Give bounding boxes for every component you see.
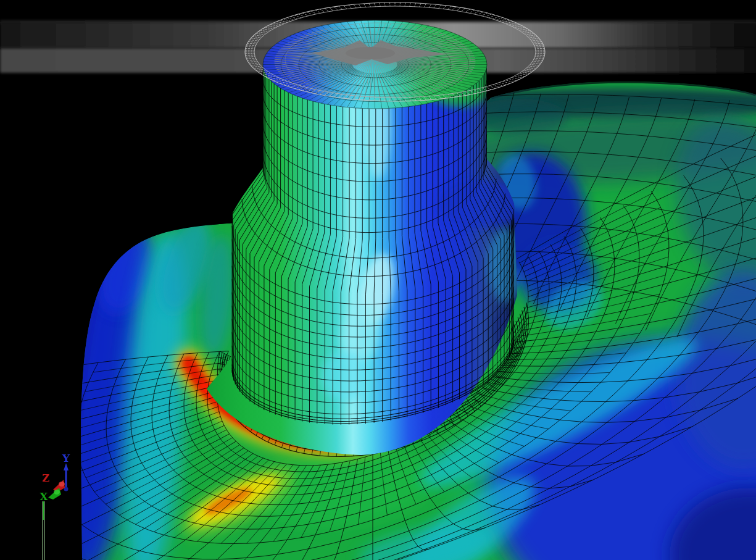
x-axis-label: X	[40, 491, 48, 503]
model-layers	[0, 0, 756, 560]
fea-3d-viewport[interactable]: Y Z X	[0, 0, 756, 560]
y-axis-label: Y	[62, 452, 70, 464]
fea-result-scene: Y Z X	[0, 0, 756, 560]
z-axis-label: Z	[42, 472, 49, 484]
